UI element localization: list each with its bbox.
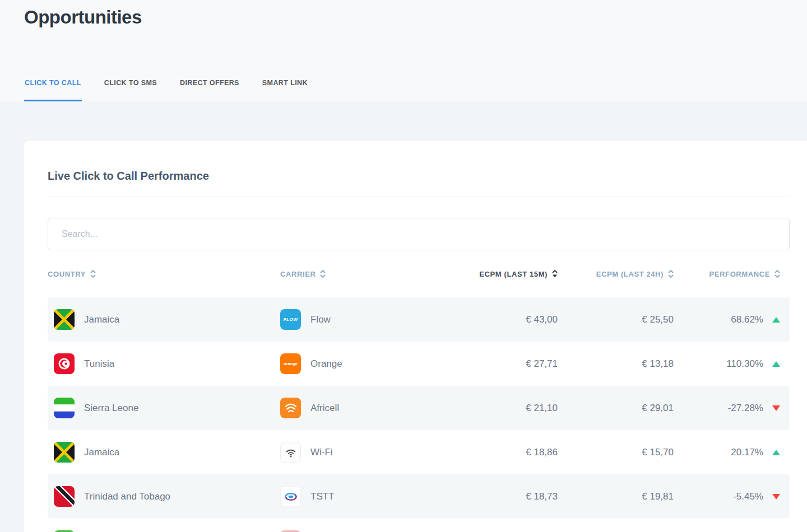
orange-logo-icon: orange: [280, 353, 301, 374]
ecpm-24h-value: € 25,50: [558, 314, 674, 325]
sierra-leone-flag-icon: [54, 398, 75, 418]
table-row[interactable]: Jamaica Wi-Fi € 18,86 € 15,70 20.17%: [48, 430, 790, 474]
country-name: Jamaica: [84, 314, 119, 325]
column-header-performance[interactable]: PERFORMANCE: [674, 270, 790, 278]
column-header-ecpm-15m[interactable]: ECPM (LAST 15M): [443, 270, 558, 278]
country-cell: Tunisia: [48, 353, 280, 374]
sort-icon: [668, 270, 674, 278]
country-name: Sierra Leone: [84, 403, 138, 414]
ecpm-24h-value: € 15,70: [558, 447, 674, 458]
divider: [48, 197, 790, 197]
performance-value: 68.62%: [731, 314, 763, 325]
tab-click-to-call[interactable]: CLICK TO CALL: [24, 79, 82, 101]
carrier-name: Africell: [310, 403, 339, 414]
performance-value: 110.30%: [726, 358, 763, 370]
performance-table: COUNTRY CARRIER ECPM (LAST 15M): [48, 250, 790, 532]
country-name: Tunisia: [84, 358, 114, 370]
table-body: Jamaica FLOW Flow € 43,00 € 25,50 68.62%: [48, 297, 790, 532]
performance-cell: -5.45%: [674, 491, 790, 502]
ecpm-15m-value: € 27,71: [443, 358, 558, 370]
trend-up-icon: [772, 450, 780, 455]
performance-card: Live Click to Call Performance COUNTRY C…: [24, 141, 807, 532]
table-header-row: COUNTRY CARRIER ECPM (LAST 15M): [48, 250, 790, 297]
table-row[interactable]: Trinidad and Tobago TSTT € 18,73 € 19,81…: [48, 474, 790, 519]
carrier-cell: TSTT: [280, 486, 443, 507]
table-row[interactable]: Tunisia orange Orange € 27,71 € 13,18 11…: [48, 342, 790, 386]
carrier-name: TSTT: [310, 491, 335, 502]
tunisia-flag-icon: [54, 353, 75, 374]
table-row[interactable]: Sierra Leone Africell € 21,10 € 29,01 -2…: [48, 386, 790, 430]
trend-down-icon: [772, 405, 780, 411]
tab-smart-link[interactable]: SMART LINK: [262, 79, 308, 101]
africell-logo-icon: [280, 398, 301, 418]
ecpm-15m-value: € 18,86: [443, 447, 558, 458]
trend-up-icon: [772, 317, 780, 323]
carrier-name: Orange: [310, 358, 342, 370]
performance-cell: -27.28%: [674, 403, 790, 414]
page-header: Opportunities CLICK TO CALL CLICK TO SMS…: [0, 0, 807, 101]
column-header-ecpm-24h[interactable]: ECPM (LAST 24H): [558, 270, 674, 278]
carrier-cell: Wi-Fi: [280, 442, 443, 463]
column-header-carrier[interactable]: CARRIER: [280, 270, 443, 278]
ecpm-15m-value: € 21,10: [443, 403, 558, 414]
ecpm-24h-value: € 19,81: [558, 491, 674, 502]
search-input[interactable]: [48, 218, 790, 250]
tstt-logo-icon: [280, 486, 301, 507]
column-header-label: CARRIER: [280, 270, 316, 278]
column-header-label: ECPM (LAST 24H): [596, 270, 664, 278]
tab-direct-offers[interactable]: DIRECT OFFERS: [179, 79, 240, 101]
tab-click-to-sms[interactable]: CLICK TO SMS: [104, 79, 157, 101]
ecpm-24h-value: € 29,01: [558, 403, 674, 414]
column-header-label: ECPM (LAST 15M): [479, 270, 548, 278]
sort-icon: [90, 270, 96, 278]
sort-icon: [774, 270, 780, 278]
sort-icon-active-desc: [552, 270, 558, 278]
carrier-cell: orange Orange: [280, 353, 443, 374]
page-title: Opportunities: [24, 7, 142, 28]
country-cell: Trinidad and Tobago: [48, 486, 280, 507]
tab-bar: CLICK TO CALL CLICK TO SMS DIRECT OFFERS…: [24, 79, 308, 101]
ecpm-15m-value: € 18,73: [443, 491, 558, 502]
column-header-label: PERFORMANCE: [709, 270, 770, 278]
trend-up-icon: [772, 361, 780, 367]
country-name: Trinidad and Tobago: [84, 491, 170, 502]
carrier-name: Flow: [310, 314, 331, 325]
carrier-cell: Africell: [280, 398, 443, 418]
sort-icon: [320, 270, 326, 278]
performance-value: -27.28%: [728, 403, 763, 414]
column-header-label: COUNTRY: [48, 270, 86, 278]
jamaica-flag-icon: [54, 309, 75, 330]
table-row[interactable]: Jamaica FLOW Flow € 43,00 € 25,50 68.62%: [48, 297, 790, 342]
column-header-country[interactable]: COUNTRY: [48, 270, 280, 278]
ecpm-24h-value: € 13,18: [558, 358, 674, 370]
jamaica-flag-icon: [54, 442, 75, 463]
carrier-cell: FLOW Flow: [280, 309, 443, 330]
performance-cell: 110.30%: [674, 358, 790, 370]
wifi-icon: [280, 442, 301, 463]
trinidad-and-tobago-flag-icon: [54, 486, 75, 507]
country-cell: Sierra Leone: [48, 398, 280, 418]
carrier-name: Wi-Fi: [310, 447, 333, 458]
country-cell: Jamaica: [48, 442, 280, 463]
performance-value: -5.45%: [733, 491, 763, 502]
performance-cell: 20.17%: [674, 447, 790, 458]
country-name: Jamaica: [84, 447, 119, 458]
card-title: Live Click to Call Performance: [48, 168, 790, 184]
table-row-partial[interactable]: [48, 519, 790, 532]
flow-logo-icon: FLOW: [280, 309, 301, 330]
performance-cell: 68.62%: [674, 314, 790, 325]
ecpm-15m-value: € 43,00: [443, 314, 558, 325]
trend-down-icon: [772, 494, 780, 500]
performance-value: 20.17%: [731, 447, 763, 458]
country-cell: Jamaica: [48, 309, 280, 330]
